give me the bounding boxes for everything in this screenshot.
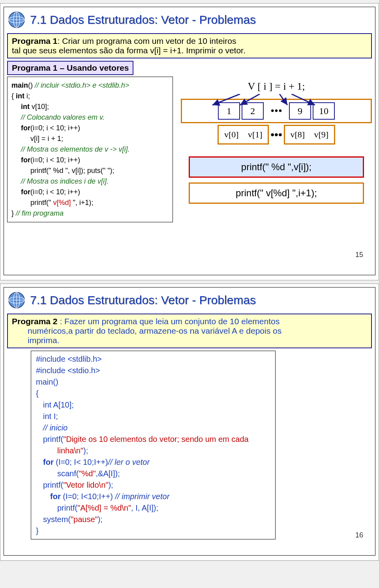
code-text: (i=0; i < 10; i++) (30, 156, 80, 164)
problem-text-a: : Criar um programa com um vetor de 10 i… (58, 36, 236, 45)
arrows-icon (201, 94, 335, 106)
index-dots: ••• (270, 128, 282, 141)
code-text: (i=0; i < 10; i++) (30, 124, 80, 132)
code-string: "%d" (79, 469, 96, 478)
code-text: , I, A[I]); (131, 503, 158, 512)
index-cell: v[0] (220, 128, 242, 142)
code-text: (i=0; i < 10; i++) (30, 188, 80, 196)
formula: V [ i ] = i + 1; (181, 81, 372, 92)
code-call: printf( (57, 503, 77, 512)
code-text: ); (98, 515, 103, 524)
page-number: 15 (355, 251, 363, 259)
index-cell: v[1] (244, 128, 266, 142)
svg-line-5 (212, 94, 240, 105)
problem-text-d: imprima. (28, 336, 60, 345)
diagram-column: V [ i ] = i + 1; 1 2 ••• 9 10 (181, 77, 372, 222)
code-comment: // incluir <stdio.h> e <stdlib.h> (35, 81, 129, 89)
code-brace: } (36, 525, 270, 537)
code-string: "A[%d] = %d\n" (77, 503, 131, 512)
code-comment: // imprimir vetor (115, 492, 170, 501)
problem-text-c: armazene-os na variável A e depois os (139, 326, 281, 335)
code-text: v[i] = i + 1; (30, 135, 63, 143)
printf-box-2: printf(" v[%d] ",i+1); (189, 182, 364, 204)
code-text: ,&A[I]); (96, 469, 120, 478)
code-comment: // Colocando valores em v. (21, 113, 105, 121)
code-text: v[10]; (30, 103, 49, 111)
problem-statement: Programa 2 : Fazer um programa que leia … (7, 314, 372, 348)
code-main: main() (36, 376, 270, 388)
code-include: #include <stdio.h> (36, 365, 270, 376)
code-call: scanf( (57, 469, 79, 478)
code-text: { (11, 92, 16, 100)
svg-line-8 (291, 94, 315, 105)
index-cell: v[8] (287, 128, 309, 142)
code-text: } (11, 209, 16, 217)
code-decl: int A[10]; (36, 399, 270, 411)
code-text: i; (24, 92, 30, 100)
title-row: 7.1 Dados Estruturados: Vetor - Problema… (7, 291, 372, 310)
code-text: (I=0; I<10;I++) (63, 492, 115, 501)
code-string: "Digite os 10 elementos do vetor; sendo … (63, 435, 249, 443)
code-comment: // Mostra os indices i de v[i]. (21, 177, 109, 185)
code-text: ); (108, 481, 113, 489)
globe-logo-icon (7, 291, 26, 310)
slide-frame: 7.1 Dados Estruturados: Vetor - Problema… (4, 287, 375, 556)
code-call: printf( (43, 435, 63, 443)
index-cell: v[9] (310, 128, 332, 142)
program-label: Programa 1 (12, 36, 58, 45)
problem-statement: Programa 1: Criar um programa com um vet… (7, 33, 372, 58)
slide-frame: 7.1 Dados Estruturados: Vetor - Problema… (4, 7, 375, 275)
code-string: "Vetor lido\n" (63, 481, 108, 489)
code-keyword: int (16, 92, 24, 100)
problem-text-a: : Fazer um programa que leia um conjunto… (60, 317, 280, 326)
code-text: ", i+1); (71, 199, 93, 207)
code-keyword: main (11, 81, 28, 89)
code-comment: // ler o vetor (108, 458, 150, 466)
code-text: (I=0; I< 10;I++) (56, 458, 108, 466)
title-row: 7.1 Dados Estruturados: Vetor - Problema… (7, 10, 372, 29)
code-text: printf(" (30, 199, 53, 207)
code-keyword: for (50, 492, 63, 501)
code-text: ); (83, 446, 88, 455)
program-label: Programa 2 (12, 317, 60, 326)
subtitle-text: Programa 1 – Usando vetores (12, 63, 129, 72)
svg-line-6 (240, 94, 260, 105)
code-decl: int I; (36, 411, 270, 422)
slide-title: 7.1 Dados Estruturados: Vetor - Problema… (30, 293, 256, 307)
problem-text-b: tal que seus elementos são da forma v[i]… (12, 46, 367, 55)
code-box: #include <stdlib.h> #include <stdio.h> m… (31, 351, 276, 539)
code-string: linha\n" (57, 446, 83, 455)
code-comment: // fim programa (16, 209, 64, 217)
code-box: main() // incluir <stdio.h> e <stdlib.h>… (7, 77, 173, 222)
code-comment: // Mostra os elementos de v -> v[i]. (21, 145, 130, 153)
subtitle-box: Programa 1 – Usando vetores (7, 61, 133, 75)
code-keyword: int (21, 103, 30, 111)
page-number: 16 (355, 531, 363, 539)
printf-box-1: printf(" %d ",v[i]); (189, 156, 364, 178)
code-comment: // inicio (36, 422, 270, 434)
code-keyword: for (21, 124, 30, 132)
code-red: v[%d] (53, 199, 71, 207)
array-indices: v[0] v[1] ••• v[8] v[9] (181, 125, 372, 145)
slide-title: 7.1 Dados Estruturados: Vetor - Problema… (30, 13, 256, 26)
code-keyword: for (43, 458, 56, 466)
index-group: v[8] v[9] (284, 125, 335, 145)
content-row: main() // incluir <stdio.h> e <stdlib.h>… (7, 77, 372, 222)
slide-2: 7.1 Dados Estruturados: Vetor - Problema… (0, 284, 379, 561)
code-include: #include <stdlib.h> (36, 353, 270, 365)
globe-logo-icon (7, 10, 26, 29)
code-call: system( (43, 515, 71, 524)
code-keyword: for (21, 188, 30, 196)
code-string: "pause" (71, 515, 98, 524)
code-brace: { (36, 388, 270, 399)
slide-1: 7.1 Dados Estruturados: Vetor - Problema… (0, 3, 379, 280)
svg-line-7 (280, 94, 287, 105)
index-group: v[0] v[1] (218, 125, 269, 145)
code-call: printf( (43, 481, 63, 489)
code-text: printf(" %d ", v[i]); puts(" "); (30, 167, 114, 175)
code-text: () (28, 81, 35, 89)
problem-text-b: numéricos,a partir do teclado, (28, 326, 139, 335)
code-keyword: for (21, 156, 30, 164)
